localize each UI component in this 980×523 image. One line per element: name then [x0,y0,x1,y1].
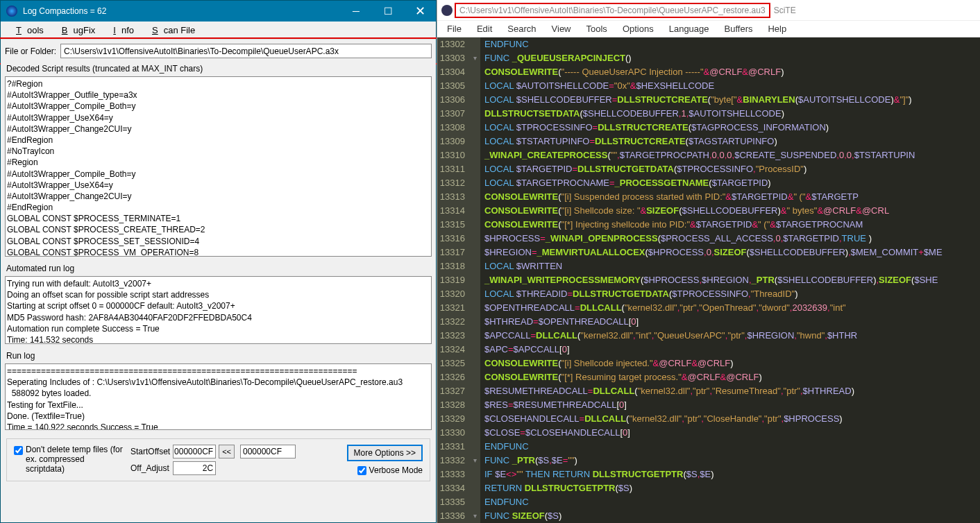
scite-menubar: File Edit Search View Tools Options Lang… [437,21,980,37]
decompiler-window: Log Compactions = 62 ─ ☐ ✕ Tools BugFix … [0,0,437,523]
fold-gutter[interactable]: ▾▾▾ [469,37,480,523]
scite-menu-options[interactable]: Options [616,22,661,35]
scite-app-icon [441,5,453,16]
start-offset-input[interactable] [173,445,216,458]
dont-delete-temp-label: Don't delete temp files (for ex. compres… [26,445,125,474]
decoded-label: Decoded Script results (truncated at MAX… [1,62,436,75]
verbose-mode-checkbox[interactable]: Verbose Mode [357,465,423,475]
autolog-label: Automated run log [1,262,436,275]
menu-bugfix[interactable]: BugFix [51,23,101,37]
line-number-gutter: 1330213303133041330513306133071330813309… [437,37,469,523]
minimize-button[interactable]: ─ [340,1,372,22]
editor[interactable]: 1330213303133041330513306133071330813309… [437,37,980,523]
off-adjust-input[interactable] [173,461,216,475]
menu-scanfile[interactable]: Scan File [141,23,201,37]
verbose-mode-input[interactable] [357,466,366,475]
scite-menu-language[interactable]: Language [662,22,716,35]
off-adjust-label: Off_Adjust [130,463,170,473]
automated-run-log-textarea[interactable]: Trying run with default: AutoIt3_v2007+ … [5,276,432,344]
menubar: Tools BugFix Info Scan File [1,22,436,40]
more-options-button[interactable]: More Options >> [347,445,423,461]
close-button[interactable]: ✕ [404,1,436,22]
titlebar[interactable]: Log Compactions = 62 ─ ☐ ✕ [1,1,436,22]
window-title: Log Compactions = 62 [23,6,340,16]
runlog-label: Run log [1,350,436,362]
scite-menu-tools[interactable]: Tools [580,22,614,35]
scite-menu-search[interactable]: Search [500,22,543,35]
file-path-input[interactable] [60,44,432,58]
dont-delete-temp-input[interactable] [14,446,23,455]
offset-grid: StartOffset << Off_Adjust [130,445,235,475]
maximize-button[interactable]: ☐ [372,1,404,22]
file-folder-label: File or Folder: [5,46,56,56]
scite-menu-edit[interactable]: Edit [470,22,499,35]
scite-window: C:\Users\v1v1\OffensiveAutoIt\Binaries\T… [437,0,980,523]
scite-app-name: SciTE [774,6,796,15]
run-log-textarea[interactable]: ========================================… [5,363,432,430]
file-folder-row: File or Folder: [1,40,436,62]
dont-delete-temp-checkbox[interactable]: Don't delete temp files (for ex. compres… [14,445,125,474]
scite-menu-view[interactable]: View [545,22,578,35]
app-icon [6,6,17,17]
bottom-options-panel: Don't delete temp files (for ex. compres… [6,438,430,481]
start-offset-label: StartOffset [130,447,170,456]
code-area[interactable]: ENDFUNCFUNC _QUEUEUSERAPCINJECT()CONSOLE… [480,37,980,523]
decoded-script-textarea[interactable]: ?#Region #AutoIt3Wrapper_Outfile_type=a3… [5,76,432,257]
menu-tools[interactable]: Tools [5,23,49,37]
scite-filepath: C:\Users\v1v1\OffensiveAutoIt\Binaries\T… [457,5,768,16]
menu-info[interactable]: Info [102,23,140,37]
copied-offset-input[interactable] [240,445,296,458]
verbose-mode-label: Verbose Mode [369,465,423,475]
scite-menu-help[interactable]: Help [761,22,793,35]
scite-menu-buffers[interactable]: Buffers [718,22,760,35]
scite-menu-file[interactable]: File [440,22,468,35]
rewind-button[interactable]: << [219,445,235,458]
scite-titlebar[interactable]: C:\Users\v1v1\OffensiveAutoIt\Binaries\T… [437,0,980,21]
